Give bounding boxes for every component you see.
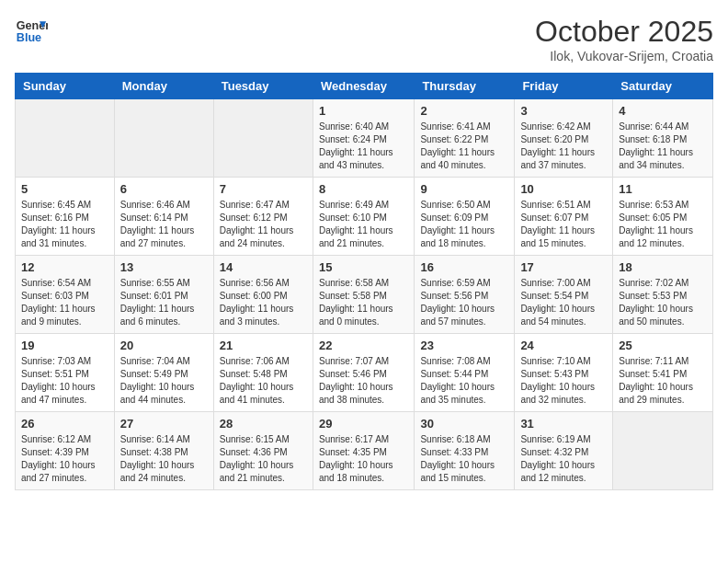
day-info: Sunrise: 6:51 AM Sunset: 6:07 PM Dayligh… [520,199,607,250]
day-number: 27 [120,417,208,431]
calendar-cell: 27Sunrise: 6:14 AM Sunset: 4:38 PM Dayli… [114,412,213,490]
day-number: 2 [420,104,508,118]
calendar-table: SundayMondayTuesdayWednesdayThursdayFrid… [15,73,713,490]
calendar-cell: 26Sunrise: 6:12 AM Sunset: 4:39 PM Dayli… [16,412,115,490]
day-info: Sunrise: 7:10 AM Sunset: 5:43 PM Dayligh… [520,355,607,407]
day-number: 23 [420,339,508,352]
calendar-cell: 8Sunrise: 6:49 AM Sunset: 6:10 PM Daylig… [313,178,414,256]
day-info: Sunrise: 6:55 AM Sunset: 6:01 PM Dayligh… [120,277,208,328]
logo: General Blue [15,15,51,48]
calendar-cell [114,99,213,178]
day-number: 7 [220,182,307,196]
day-info: Sunrise: 6:40 AM Sunset: 6:24 PM Dayligh… [319,121,408,172]
day-info: Sunrise: 6:54 AM Sunset: 6:03 PM Dayligh… [21,277,108,328]
calendar-cell: 29Sunrise: 6:17 AM Sunset: 4:35 PM Dayli… [313,412,414,490]
day-number: 11 [619,182,707,196]
calendar-cell: 23Sunrise: 7:08 AM Sunset: 5:44 PM Dayli… [415,334,515,412]
day-info: Sunrise: 7:02 AM Sunset: 5:53 PM Dayligh… [619,277,707,328]
calendar-cell: 18Sunrise: 7:02 AM Sunset: 5:53 PM Dayli… [613,256,713,334]
calendar-cell: 2Sunrise: 6:41 AM Sunset: 6:22 PM Daylig… [415,99,515,178]
calendar-cell: 25Sunrise: 7:11 AM Sunset: 5:41 PM Dayli… [613,334,713,412]
day-info: Sunrise: 6:42 AM Sunset: 6:20 PM Dayligh… [520,121,607,172]
calendar-cell: 17Sunrise: 7:00 AM Sunset: 5:54 PM Dayli… [515,256,613,334]
day-info: Sunrise: 6:41 AM Sunset: 6:22 PM Dayligh… [420,121,508,172]
day-number: 26 [21,417,108,431]
calendar-cell: 28Sunrise: 6:15 AM Sunset: 4:36 PM Dayli… [213,412,313,490]
day-number: 9 [420,182,508,196]
calendar-cell: 3Sunrise: 6:42 AM Sunset: 6:20 PM Daylig… [515,99,613,178]
day-info: Sunrise: 6:19 AM Sunset: 4:32 PM Dayligh… [520,433,607,485]
calendar-cell: 20Sunrise: 7:04 AM Sunset: 5:49 PM Dayli… [114,334,213,412]
day-info: Sunrise: 6:46 AM Sunset: 6:14 PM Dayligh… [120,199,208,250]
day-info: Sunrise: 6:45 AM Sunset: 6:16 PM Dayligh… [21,199,108,250]
title-block: October 2025 Ilok, Vukovar-Srijem, Croat… [535,15,713,63]
day-info: Sunrise: 7:00 AM Sunset: 5:54 PM Dayligh… [520,277,607,328]
day-info: Sunrise: 6:58 AM Sunset: 5:58 PM Dayligh… [319,277,408,328]
day-number: 14 [220,260,307,274]
day-number: 19 [21,339,108,352]
day-number: 20 [120,339,208,352]
day-info: Sunrise: 7:11 AM Sunset: 5:41 PM Dayligh… [619,355,707,407]
weekday-header-friday: Friday [515,74,613,99]
day-info: Sunrise: 6:50 AM Sunset: 6:09 PM Dayligh… [420,199,508,250]
calendar-cell: 21Sunrise: 7:06 AM Sunset: 5:48 PM Dayli… [213,334,313,412]
day-info: Sunrise: 6:56 AM Sunset: 6:00 PM Dayligh… [220,277,307,328]
weekday-header-tuesday: Tuesday [213,74,313,99]
day-info: Sunrise: 6:59 AM Sunset: 5:56 PM Dayligh… [420,277,508,328]
calendar-cell [16,99,115,178]
day-number: 30 [420,417,508,431]
day-number: 3 [520,104,607,118]
calendar-header-row: SundayMondayTuesdayWednesdayThursdayFrid… [16,74,713,99]
calendar-cell: 4Sunrise: 6:44 AM Sunset: 6:18 PM Daylig… [613,99,713,178]
day-number: 5 [21,182,108,196]
day-number: 25 [619,339,707,352]
calendar-week-1: 1Sunrise: 6:40 AM Sunset: 6:24 PM Daylig… [16,99,713,178]
calendar-cell: 24Sunrise: 7:10 AM Sunset: 5:43 PM Dayli… [515,334,613,412]
day-number: 15 [319,260,408,274]
day-number: 24 [520,339,607,352]
day-number: 21 [220,339,307,352]
day-number: 6 [120,182,208,196]
day-info: Sunrise: 7:04 AM Sunset: 5:49 PM Dayligh… [120,355,208,407]
day-info: Sunrise: 7:07 AM Sunset: 5:46 PM Dayligh… [319,355,408,407]
weekday-header-thursday: Thursday [415,74,515,99]
calendar-cell: 12Sunrise: 6:54 AM Sunset: 6:03 PM Dayli… [16,256,115,334]
calendar-cell: 10Sunrise: 6:51 AM Sunset: 6:07 PM Dayli… [515,178,613,256]
day-info: Sunrise: 6:47 AM Sunset: 6:12 PM Dayligh… [220,199,307,250]
month-title: October 2025 [535,15,713,49]
day-info: Sunrise: 7:03 AM Sunset: 5:51 PM Dayligh… [21,355,108,407]
day-number: 22 [319,339,408,352]
calendar-cell [213,99,313,178]
calendar-cell: 30Sunrise: 6:18 AM Sunset: 4:33 PM Dayli… [415,412,515,490]
calendar-cell: 15Sunrise: 6:58 AM Sunset: 5:58 PM Dayli… [313,256,414,334]
calendar-cell: 22Sunrise: 7:07 AM Sunset: 5:46 PM Dayli… [313,334,414,412]
calendar-cell: 31Sunrise: 6:19 AM Sunset: 4:32 PM Dayli… [515,412,613,490]
calendar-week-4: 19Sunrise: 7:03 AM Sunset: 5:51 PM Dayli… [16,334,713,412]
day-info: Sunrise: 6:14 AM Sunset: 4:38 PM Dayligh… [120,433,208,485]
calendar-cell: 7Sunrise: 6:47 AM Sunset: 6:12 PM Daylig… [213,178,313,256]
day-number: 18 [619,260,707,274]
calendar-cell: 13Sunrise: 6:55 AM Sunset: 6:01 PM Dayli… [114,256,213,334]
day-info: Sunrise: 6:18 AM Sunset: 4:33 PM Dayligh… [420,433,508,485]
day-number: 17 [520,260,607,274]
day-number: 31 [520,417,607,431]
calendar-cell [613,412,713,490]
calendar-cell: 1Sunrise: 6:40 AM Sunset: 6:24 PM Daylig… [313,99,414,178]
logo-icon: General Blue [15,15,48,48]
day-number: 16 [420,260,508,274]
weekday-header-sunday: Sunday [16,74,115,99]
svg-text:Blue: Blue [17,31,41,44]
calendar-week-5: 26Sunrise: 6:12 AM Sunset: 4:39 PM Dayli… [16,412,713,490]
day-info: Sunrise: 7:06 AM Sunset: 5:48 PM Dayligh… [220,355,307,407]
day-info: Sunrise: 6:44 AM Sunset: 6:18 PM Dayligh… [619,121,707,172]
day-info: Sunrise: 6:53 AM Sunset: 6:05 PM Dayligh… [619,199,707,250]
location-subtitle: Ilok, Vukovar-Srijem, Croatia [535,49,713,63]
weekday-header-wednesday: Wednesday [313,74,414,99]
day-number: 29 [319,417,408,431]
day-number: 13 [120,260,208,274]
calendar-cell: 5Sunrise: 6:45 AM Sunset: 6:16 PM Daylig… [16,178,115,256]
day-info: Sunrise: 6:17 AM Sunset: 4:35 PM Dayligh… [319,433,408,485]
calendar-cell: 14Sunrise: 6:56 AM Sunset: 6:00 PM Dayli… [213,256,313,334]
day-number: 4 [619,104,707,118]
calendar-cell: 6Sunrise: 6:46 AM Sunset: 6:14 PM Daylig… [114,178,213,256]
